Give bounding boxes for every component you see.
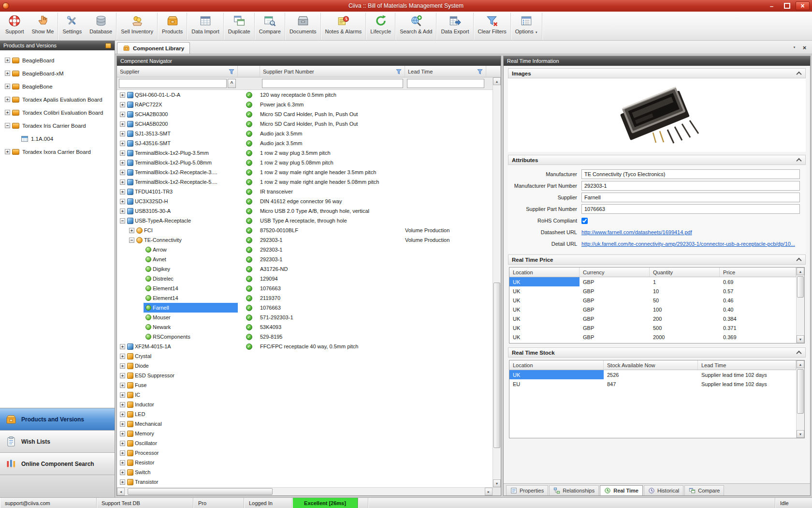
price-row[interactable]: UK GBP 2000 0.369 <box>509 332 796 342</box>
component-row[interactable]: + TFDU4101-TR3 <box>117 187 493 196</box>
manufacturer-field[interactable] <box>581 169 800 179</box>
product-tree-item[interactable]: + Toradex Apalis Evaluation Board <box>0 93 115 106</box>
component-row[interactable]: + IC <box>117 390 493 400</box>
detail-url-link[interactable]: http://uk.farnell.com/te-connectivity-am… <box>581 241 795 247</box>
tree-expander[interactable]: − <box>120 218 125 224</box>
realtime-panel-tab[interactable]: Relationships <box>549 485 599 495</box>
tree-expander[interactable]: + <box>120 441 125 446</box>
component-row[interactable]: + Inductor <box>117 400 493 409</box>
stock-col-available[interactable]: Stock Available Now <box>604 360 698 370</box>
component-row[interactable]: Arrow 292303-1 <box>117 245 493 254</box>
toolbar-button[interactable]: Documents <box>286 13 321 40</box>
product-tree-item[interactable]: + BeagleBoard-xM <box>0 67 115 80</box>
toolbar-button[interactable]: Support <box>1 13 28 40</box>
tree-expander[interactable]: − <box>5 123 10 128</box>
scrollbar-thumb[interactable] <box>128 488 273 495</box>
component-row[interactable]: Farnell 1076663 <box>117 303 493 313</box>
product-tree-item[interactable]: + Toradex Ixora Carrier Board <box>0 145 115 158</box>
scroll-down-button[interactable] <box>493 479 501 487</box>
scroll-right-button[interactable] <box>485 488 493 495</box>
tree-expander[interactable]: + <box>120 121 125 127</box>
component-row[interactable]: Mouser 571-292303-1 <box>117 313 493 322</box>
component-row[interactable]: Element14 2119370 <box>117 293 493 303</box>
component-row[interactable]: + SJ-43516-SMT <box>117 138 493 148</box>
tree-expander[interactable]: + <box>120 131 125 136</box>
scrollbar-thumb[interactable] <box>797 369 804 414</box>
realtime-panel-tab[interactable]: Compare <box>684 485 724 495</box>
price-table-scrollbar[interactable] <box>796 268 804 343</box>
tree-expander[interactable]: + <box>120 470 125 475</box>
tree-expander[interactable]: + <box>120 189 125 194</box>
toolbar-button[interactable]: Data Export <box>437 13 473 40</box>
price-row[interactable]: UK GBP 10 0.57 <box>509 286 796 296</box>
tree-expander[interactable]: + <box>5 149 10 154</box>
sidebar-nav-button[interactable]: Wish Lists <box>0 431 115 453</box>
tree-expander[interactable]: + <box>120 112 125 117</box>
price-col-currency[interactable]: Currency <box>580 268 650 277</box>
toolbar-button[interactable]: Database <box>86 13 116 40</box>
tree-expander[interactable]: + <box>5 84 10 89</box>
part-number-filter-input[interactable] <box>262 79 403 88</box>
tree-expander[interactable]: + <box>5 97 10 102</box>
collapse-all-button[interactable] <box>228 79 236 88</box>
component-row[interactable]: + QSH-060-01-L-D-A <box>117 90 493 100</box>
component-row[interactable]: + Transistor <box>117 477 493 487</box>
rohs-compliant-checkbox[interactable] <box>581 218 588 224</box>
stock-table-scrollbar[interactable] <box>796 360 804 438</box>
scrollbar-thumb[interactable] <box>493 283 500 448</box>
component-row[interactable]: + SCHA5B0200 <box>117 119 493 129</box>
component-row[interactable]: + TerminalBlock-1x2-Receptacle-5.... <box>117 177 493 187</box>
tree-expander[interactable]: + <box>120 170 125 175</box>
component-row[interactable]: + TerminalBlock-1x2-Plug-3.5mm <box>117 148 493 158</box>
component-row[interactable]: Digikey A31726-ND <box>117 264 493 274</box>
tree-expander[interactable]: + <box>120 412 125 417</box>
tree-expander[interactable]: + <box>120 450 125 456</box>
component-row[interactable]: + Crystal <box>117 351 493 361</box>
component-row[interactable]: Avnet 292303-1 <box>117 254 493 264</box>
tree-expander[interactable]: + <box>120 402 125 407</box>
stock-col-lead-time[interactable]: Lead Time <box>698 360 796 370</box>
tree-expander[interactable]: + <box>5 58 10 63</box>
collapse-section-button[interactable] <box>796 71 802 76</box>
tree-expander[interactable]: + <box>129 228 134 233</box>
component-row[interactable]: + FCI <box>117 225 493 235</box>
scroll-up-button[interactable] <box>797 268 804 275</box>
tree-expander[interactable]: + <box>120 160 125 165</box>
sidebar-nav-button[interactable]: Online Component Search <box>0 453 115 475</box>
tree-expander[interactable]: + <box>120 92 125 98</box>
scroll-down-button[interactable] <box>797 335 804 343</box>
supplier-part-number-field[interactable] <box>581 204 800 214</box>
stock-col-location[interactable]: Location <box>509 360 604 370</box>
tree-expander[interactable]: + <box>120 363 125 369</box>
close-button[interactable] <box>796 1 810 10</box>
toolbar-button[interactable]: Notes & Alarms <box>321 13 366 40</box>
component-row[interactable]: + SCHA2B0300 <box>117 109 493 119</box>
component-row[interactable]: + RAPC722X <box>117 100 493 109</box>
datasheet-url-link[interactable]: http://www.farnell.com/datasheets/169941… <box>581 229 692 235</box>
scroll-up-button[interactable] <box>493 77 501 85</box>
column-header-supplier[interactable]: Supplier <box>117 66 238 77</box>
collapse-section-button[interactable] <box>796 158 802 163</box>
product-tree-item[interactable]: + Toradex Colibri Evaluation Board <box>0 106 115 119</box>
product-tree-item[interactable]: + BeagleBoard <box>0 54 115 67</box>
toolbar-button[interactable]: Products <box>158 13 187 40</box>
component-row[interactable]: − USB-TypeA-Receptacle <box>117 216 493 225</box>
price-row[interactable]: UK GBP 1 0.69 <box>509 277 796 286</box>
realtime-panel-tab[interactable]: Real Time <box>600 485 643 495</box>
toolbar-button[interactable]: Data Import <box>188 13 223 40</box>
component-row[interactable]: + ESD Suppressor <box>117 371 493 380</box>
scroll-down-button[interactable] <box>797 430 804 438</box>
supplier-filter-input[interactable] <box>119 79 227 88</box>
component-row[interactable]: − TE-Connectivity <box>117 235 493 245</box>
component-row[interactable]: + Diode <box>117 361 493 371</box>
tree-expander[interactable]: + <box>120 209 125 214</box>
component-row[interactable]: + Memory <box>117 429 493 438</box>
realtime-panel-tab[interactable]: Properties <box>506 485 548 495</box>
dropdown-arrow-icon[interactable] <box>535 29 538 34</box>
price-row[interactable]: UK GBP 50 0.46 <box>509 296 796 305</box>
horizontal-scrollbar[interactable] <box>117 487 501 495</box>
tree-expander[interactable]: + <box>120 199 125 204</box>
tree-expander[interactable]: + <box>120 421 125 427</box>
tree-expander[interactable]: + <box>120 344 125 349</box>
filter-icon[interactable] <box>229 69 234 75</box>
